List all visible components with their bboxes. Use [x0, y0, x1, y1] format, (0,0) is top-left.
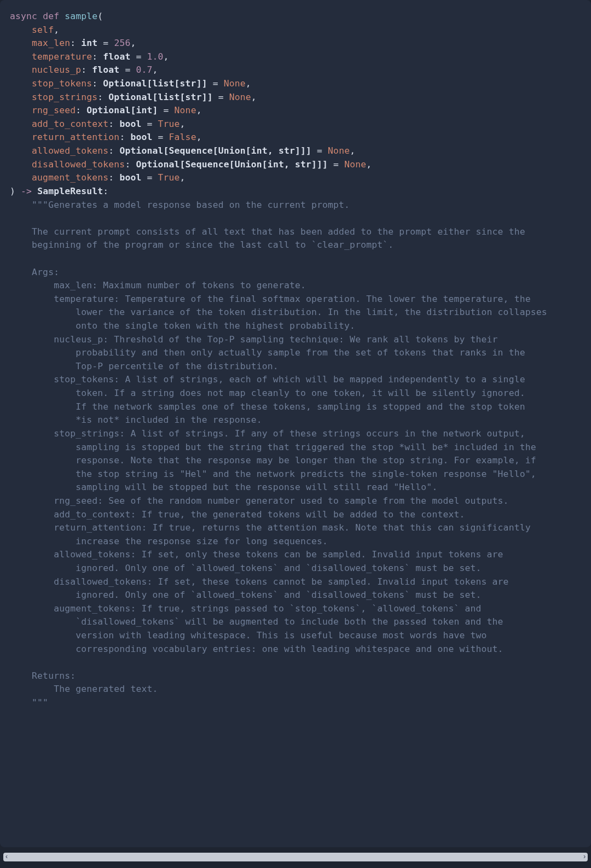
code-block: async def sample( self, max_len: int = 2… — [0, 0, 591, 847]
horizontal-scrollbar[interactable]: ‹ › — [0, 847, 591, 868]
scroll-left-icon[interactable]: ‹ — [2, 853, 11, 861]
scrollbar-track[interactable] — [3, 853, 588, 861]
scroll-right-icon[interactable]: › — [580, 853, 589, 861]
